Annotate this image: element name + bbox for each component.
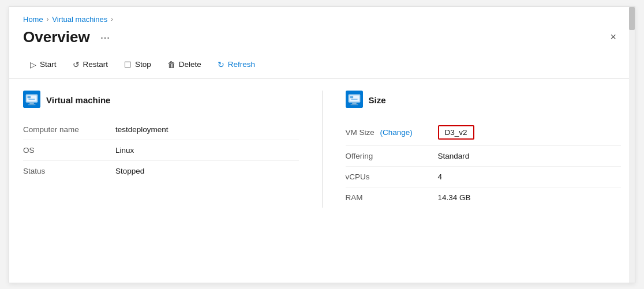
refresh-icon: ↻: [218, 60, 224, 69]
refresh-label: Refresh: [228, 60, 255, 69]
table-row: Computer name testdeployment: [23, 119, 299, 140]
svg-rect-3: [29, 102, 34, 104]
svg-rect-5: [28, 96, 31, 98]
breadcrumb: Home › Virtual machines ›: [9, 7, 635, 26]
status-value: Stopped: [115, 167, 144, 175]
refresh-button[interactable]: ↻ Refresh: [211, 57, 262, 73]
svg-rect-12: [350, 96, 353, 98]
more-options-button[interactable]: ···: [97, 29, 114, 45]
table-row: Offering Standard: [346, 146, 621, 167]
computer-name-value: testdeployment: [115, 125, 169, 134]
size-section-header: Size: [346, 91, 621, 110]
ram-value: 14.34 GB: [438, 193, 471, 202]
computer-name-label: Computer name: [23, 125, 115, 134]
vm-section-header: Virtual machine: [23, 91, 299, 110]
start-label: Start: [40, 60, 57, 69]
table-row: VM Size (Change) D3_v2: [346, 119, 621, 146]
restart-button[interactable]: ↺ Restart: [66, 57, 115, 73]
start-icon: ▷: [30, 60, 36, 69]
content-area: Virtual machine Computer name testdeploy…: [9, 79, 635, 219]
table-row: OS Linux: [23, 140, 299, 161]
vm-info-table: Computer name testdeployment OS Linux St…: [23, 119, 299, 181]
page-title: Overview: [23, 28, 90, 46]
delete-label: Delete: [179, 60, 201, 69]
header-left: Overview ···: [23, 28, 113, 46]
stop-icon: ☐: [124, 60, 132, 69]
vm-section-icon: [23, 91, 40, 110]
delete-icon: 🗑: [167, 60, 175, 69]
os-label: OS: [23, 146, 115, 155]
size-section-icon: [346, 91, 363, 110]
vcpus-value: 4: [438, 172, 443, 181]
svg-rect-11: [350, 104, 358, 105]
scrollbar-track[interactable]: [629, 7, 635, 283]
vm-size-label: VM Size (Change): [346, 128, 438, 137]
restart-label: Restart: [83, 60, 108, 69]
table-row: vCPUs 4: [346, 167, 621, 187]
header-row: Overview ··· ×: [9, 26, 635, 52]
os-value: Linux: [115, 146, 134, 155]
offering-label: Offering: [346, 152, 438, 160]
table-row: RAM 14.34 GB: [346, 187, 621, 208]
svg-rect-4: [28, 104, 35, 105]
chevron-icon-1: ›: [47, 16, 49, 22]
offering-value: Standard: [438, 152, 470, 160]
close-button[interactable]: ×: [605, 29, 621, 46]
start-button[interactable]: ▷ Start: [23, 57, 63, 73]
svg-rect-13: [351, 99, 357, 100]
restart-icon: ↺: [73, 60, 80, 69]
toolbar: ▷ Start ↺ Restart ☐ Stop 🗑 Delete ↻ Refr…: [9, 52, 635, 79]
vm-size-value: D3_v2: [438, 125, 474, 140]
scrollbar-thumb[interactable]: [629, 7, 635, 30]
stop-button[interactable]: ☐ Stop: [117, 57, 158, 73]
overview-panel: Home › Virtual machines › Overview ··· ×…: [9, 6, 635, 283]
section-divider: [322, 91, 323, 208]
ram-label: RAM: [346, 193, 438, 202]
size-section-title: Size: [369, 95, 386, 105]
size-info-table: VM Size (Change) D3_v2 Offering Standard…: [346, 119, 621, 208]
vm-section: Virtual machine Computer name testdeploy…: [23, 91, 299, 208]
svg-rect-10: [352, 102, 357, 104]
change-size-link[interactable]: (Change): [380, 128, 413, 137]
breadcrumb-vms[interactable]: Virtual machines: [52, 15, 107, 24]
vm-section-title: Virtual machine: [46, 95, 110, 105]
stop-label: Stop: [135, 60, 151, 69]
svg-rect-6: [28, 99, 35, 100]
table-row: Status Stopped: [23, 161, 299, 181]
vcpus-label: vCPUs: [346, 172, 438, 181]
delete-button[interactable]: 🗑 Delete: [160, 57, 208, 73]
chevron-icon-2: ›: [111, 16, 113, 22]
size-section: Size VM Size (Change) D3_v2 Offering Sta…: [346, 91, 621, 208]
breadcrumb-home[interactable]: Home: [23, 15, 43, 24]
status-label: Status: [23, 167, 115, 175]
